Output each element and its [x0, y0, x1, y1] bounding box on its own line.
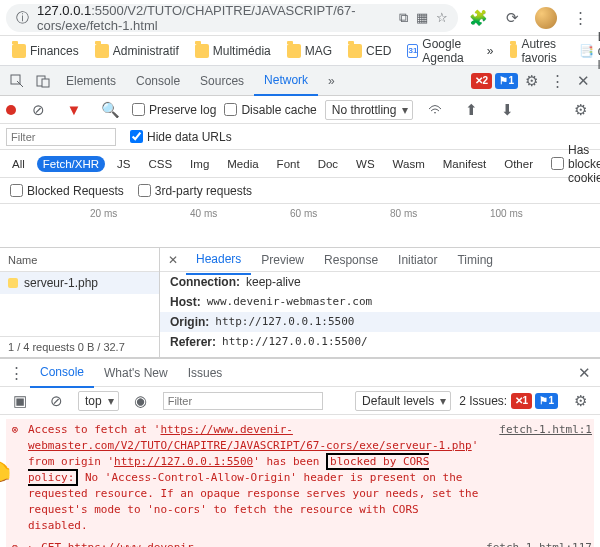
request-detail: ✕ Headers Preview Response Initiator Tim… [160, 248, 600, 357]
bookmark-autres[interactable]: Autres favoris [504, 34, 569, 68]
drawer-menu-icon[interactable]: ⋮ [2, 359, 30, 387]
tl-80: 80 ms [390, 208, 417, 219]
star-icon[interactable]: ☆ [436, 10, 448, 25]
reading-icon[interactable]: ⧉ [399, 10, 408, 26]
bookmark-finances[interactable]: Finances [6, 41, 85, 61]
disable-cache-checkbox[interactable]: Disable cache [224, 103, 316, 117]
network-toolbar: ⊘ ▼ 🔍 Preserve log Disable cache No thro… [0, 96, 600, 124]
console-settings-icon[interactable]: ⚙ [566, 387, 594, 415]
tl-60: 60 ms [290, 208, 317, 219]
drawer-tab-console[interactable]: Console [30, 358, 94, 388]
type-doc[interactable]: Doc [312, 156, 344, 172]
warning-badge[interactable]: ⚑ 1 [495, 73, 518, 89]
type-manifest[interactable]: Manifest [437, 156, 492, 172]
type-all[interactable]: All [6, 156, 31, 172]
drawer-tab-issues[interactable]: Issues [178, 358, 233, 388]
tab-network[interactable]: Network [254, 66, 318, 96]
preserve-log-checkbox[interactable]: Preserve log [132, 103, 216, 117]
issues-label[interactable]: 2 Issues: ✕ 1 ⚑ 1 [459, 393, 558, 409]
eye-icon[interactable]: ◉ [127, 387, 155, 415]
tab-sources[interactable]: Sources [190, 66, 254, 96]
request-row[interactable]: serveur-1.php [0, 272, 159, 294]
type-js[interactable]: JS [111, 156, 136, 172]
tl-40: 40 ms [190, 208, 217, 219]
log-levels-select[interactable]: Default levels [355, 391, 451, 411]
request-list-header[interactable]: Name [0, 248, 159, 272]
type-media[interactable]: Media [221, 156, 264, 172]
error-badge[interactable]: ✕ 2 [471, 73, 493, 89]
more-vert-icon[interactable]: ⋮ [544, 68, 570, 94]
search-icon[interactable]: 🔍 [96, 96, 124, 124]
grid-icon[interactable]: ▦ [416, 10, 428, 25]
bookmark-multimedia[interactable]: Multimédia [189, 41, 277, 61]
svg-rect-2 [42, 79, 49, 87]
bookmark-gagenda[interactable]: 31Google Agenda [401, 34, 472, 68]
record-icon[interactable] [6, 105, 16, 115]
console-filter-input[interactable] [163, 392, 323, 410]
url-text: 127.0.0.1:5500/V2/TUTO/CHAPITRE/JAVASCRI… [37, 3, 383, 33]
request-list-footer: 1 / 4 requests 0 B / 32.7 [0, 336, 159, 357]
header-origin: Origin:http://127.0.0.1:5500 [160, 312, 600, 332]
type-img[interactable]: Img [184, 156, 215, 172]
type-ws[interactable]: WS [350, 156, 381, 172]
type-fetchxhr[interactable]: Fetch/XHR [37, 156, 105, 172]
status-dot-icon [8, 278, 18, 288]
request-list: Name serveur-1.php 1 / 4 requests 0 B / … [0, 248, 160, 357]
download-icon[interactable]: ⬇ [493, 96, 521, 124]
close-detail-icon[interactable]: ✕ [160, 253, 186, 267]
dtab-preview[interactable]: Preview [251, 245, 314, 275]
close-devtools-icon[interactable]: ✕ [570, 68, 596, 94]
dtab-response[interactable]: Response [314, 245, 388, 275]
dtab-timing[interactable]: Timing [447, 245, 503, 275]
drawer-close-icon[interactable]: ✕ [570, 359, 598, 387]
reload-icon[interactable]: ⟳ [498, 4, 526, 32]
blocked-cookies-checkbox[interactable]: Has blocked cookies [551, 143, 600, 185]
bookmark-ced[interactable]: CED [342, 41, 397, 61]
inspect-icon[interactable] [4, 68, 30, 94]
tl-20: 20 ms [90, 208, 117, 219]
dtab-initiator[interactable]: Initiator [388, 245, 447, 275]
type-wasm[interactable]: Wasm [387, 156, 431, 172]
filter-input[interactable] [6, 128, 116, 146]
console-clear-icon[interactable]: ⊘ [42, 387, 70, 415]
clear-icon[interactable]: ⊘ [24, 96, 52, 124]
filter-row: Hide data URLs [0, 124, 600, 150]
bookmark-admin[interactable]: Administratif [89, 41, 185, 61]
header-connection: Connection:keep-alive [160, 272, 600, 292]
network-settings-icon[interactable]: ⚙ [566, 96, 594, 124]
device-icon[interactable] [30, 68, 56, 94]
console-sidebar-icon[interactable]: ▣ [6, 387, 34, 415]
source-link[interactable]: fetch-1.html:117 [486, 540, 592, 547]
address-bar[interactable]: ⓘ 127.0.0.1:5500/V2/TUTO/CHAPITRE/JAVASC… [6, 4, 458, 32]
header-host: Host:www.devenir-webmaster.com [160, 292, 600, 312]
waterfall-timeline[interactable]: 20 ms 40 ms 60 ms 80 ms 100 ms [0, 204, 600, 248]
source-link[interactable]: fetch-1.html:1 [499, 422, 592, 534]
bookmark-mag[interactable]: MAG [281, 41, 338, 61]
settings-gear-icon[interactable]: ⚙ [518, 68, 544, 94]
devtools-tabs: Elements Console Sources Network » ✕ 2 ⚑… [0, 66, 600, 96]
extra-filter-row: Blocked Requests 3rd-party requests [0, 178, 600, 204]
site-info-icon[interactable]: ⓘ [16, 9, 29, 27]
console-error-get[interactable]: ⊗ ▸ GET https://www.devenir-webmaster.co… [6, 537, 594, 547]
type-filter-row: All Fetch/XHR JS CSS Img Media Font Doc … [0, 150, 600, 178]
upload-icon[interactable]: ⬆ [457, 96, 485, 124]
wifi-icon[interactable] [421, 96, 449, 124]
console-error-cors[interactable]: ⊗ Access to fetch at 'https://www.deveni… [6, 419, 594, 537]
throttling-select[interactable]: No throttling [325, 100, 414, 120]
profile-avatar[interactable] [532, 4, 560, 32]
third-party-checkbox[interactable]: 3rd-party requests [138, 184, 252, 198]
filter-icon[interactable]: ▼ [60, 96, 88, 124]
tab-elements[interactable]: Elements [56, 66, 126, 96]
blocked-requests-checkbox[interactable]: Blocked Requests [10, 184, 124, 198]
type-font[interactable]: Font [271, 156, 306, 172]
tab-more[interactable]: » [318, 66, 345, 96]
drawer-tab-whatsnew[interactable]: What's New [94, 358, 178, 388]
type-other[interactable]: Other [498, 156, 539, 172]
dtab-headers[interactable]: Headers [186, 245, 251, 275]
tab-console[interactable]: Console [126, 66, 190, 96]
extensions-icon[interactable]: 🧩 [464, 4, 492, 32]
bookmark-overflow[interactable]: » [481, 41, 500, 61]
context-select[interactable]: top [78, 391, 119, 411]
type-css[interactable]: CSS [142, 156, 178, 172]
hide-data-urls-checkbox[interactable]: Hide data URLs [130, 130, 232, 144]
